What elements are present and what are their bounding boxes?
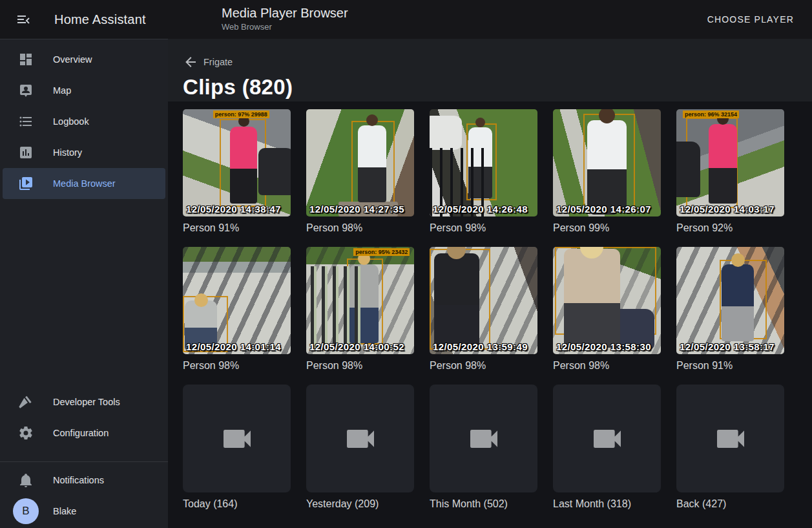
menu-open-icon[interactable] xyxy=(8,4,39,35)
clip-card[interactable]: 12/05/2020 14:26:07 Person 99% xyxy=(553,109,661,234)
sidebar-item-map[interactable]: Map xyxy=(3,75,165,106)
timestamp-overlay: 12/05/2020 13:58:17 xyxy=(680,341,775,352)
stroller-shape xyxy=(258,148,291,195)
sidebar-item-profile[interactable]: B Blake xyxy=(3,496,165,527)
clip-thumbnail[interactable]: 12/05/2020 14:26:07 xyxy=(553,109,661,216)
clip-card[interactable]: 12/05/2020 13:58:30 Person 98% xyxy=(553,247,661,372)
clip-thumbnail[interactable]: 12/05/2020 14:01:14 xyxy=(183,247,291,354)
timestamp-overlay: 12/05/2020 14:27:35 xyxy=(309,204,404,215)
clip-thumbnail[interactable]: 12/05/2020 14:26:48 xyxy=(430,109,537,216)
hammer-icon xyxy=(18,394,34,410)
clip-card[interactable]: person: 96% 32154 12/05/2020 14:03:17 Pe… xyxy=(676,109,784,234)
detection-label: person: 95% 23432 xyxy=(353,248,410,256)
media-browser-header: Frigate Clips (820) xyxy=(168,39,812,101)
clip-caption: Person 99% xyxy=(553,222,661,234)
sidebar-item-label: Notifications xyxy=(53,475,104,485)
bell-icon xyxy=(18,472,34,488)
folder-card-this-month[interactable]: This Month (502) xyxy=(430,385,537,510)
clip-thumbnail[interactable]: person: 95% 23432 12/05/2020 14:00:52 xyxy=(306,247,414,354)
clip-card[interactable]: person: 97% 29988 12/05/2020 14:38:47 Pe… xyxy=(183,109,291,234)
sidebar-item-label: History xyxy=(53,147,82,158)
clip-card[interactable]: 12/05/2020 14:27:35 Person 98% xyxy=(306,109,414,234)
account-map-icon xyxy=(18,83,34,98)
folder-card-today[interactable]: Today (164) xyxy=(183,385,291,510)
breadcrumb-label: Frigate xyxy=(203,57,233,67)
clip-thumbnail[interactable]: 12/05/2020 13:58:30 xyxy=(553,247,661,354)
choose-player-button[interactable]: CHOOSE PLAYER xyxy=(702,0,799,39)
stroller-shape xyxy=(676,142,700,197)
timestamp-overlay: 12/05/2020 13:58:30 xyxy=(556,341,651,352)
sidebar-item-label: Media Browser xyxy=(53,178,116,189)
folder-card-yesterday[interactable]: Yesterday (209) xyxy=(306,385,414,510)
clip-thumbnail[interactable]: person: 96% 32154 12/05/2020 14:03:17 xyxy=(676,109,784,216)
sidebar-item-history[interactable]: History xyxy=(3,137,165,168)
folder-thumbnail[interactable] xyxy=(676,385,784,492)
page-title-block: Media Player Browser Web Browser xyxy=(222,6,348,32)
clip-caption: Person 98% xyxy=(306,222,414,234)
gear-icon xyxy=(18,425,34,441)
list-bulleted-icon xyxy=(18,114,34,129)
folder-thumbnail[interactable] xyxy=(306,385,414,492)
clip-thumbnail[interactable]: person: 97% 29988 12/05/2020 14:38:47 xyxy=(183,109,291,216)
sidebar-item-notifications[interactable]: Notifications xyxy=(3,465,165,496)
clip-caption: Person 92% xyxy=(676,222,784,234)
detection-label: person: 97% 29988 xyxy=(213,111,269,118)
clip-caption: Person 98% xyxy=(430,222,537,234)
sidebar-item-overview[interactable]: Overview xyxy=(3,44,165,75)
timestamp-overlay: 12/05/2020 14:01:14 xyxy=(186,341,281,352)
app-header: Home Assistant Media Player Browser Web … xyxy=(0,0,812,39)
clip-thumbnail[interactable]: 12/05/2020 14:27:35 xyxy=(306,109,414,216)
person-figure xyxy=(709,124,736,204)
sidebar-divider xyxy=(0,461,168,462)
person-figure xyxy=(587,120,626,210)
video-camera-icon xyxy=(713,421,749,457)
folder-thumbnail[interactable] xyxy=(430,385,537,492)
video-camera-icon xyxy=(219,421,255,457)
sidebar-item-logbook[interactable]: Logbook xyxy=(3,106,165,137)
clip-caption: Person 98% xyxy=(430,360,537,372)
fence-shape xyxy=(311,266,362,350)
timestamp-overlay: 12/05/2020 13:59:49 xyxy=(433,341,528,352)
app-title: Home Assistant xyxy=(54,12,146,27)
folder-label: Today (164) xyxy=(183,498,291,510)
clips-grid: person: 97% 29988 12/05/2020 14:38:47 Pe… xyxy=(168,101,812,510)
sidebar-item-developer-tools[interactable]: Developer Tools xyxy=(3,386,165,417)
clip-card[interactable]: 12/05/2020 13:58:17 Person 91% xyxy=(676,247,784,372)
folder-thumbnail[interactable] xyxy=(183,385,291,492)
clip-card[interactable]: person: 95% 23432 12/05/2020 14:00:52 Pe… xyxy=(306,247,414,372)
person-figure xyxy=(722,264,754,342)
clip-caption: Person 98% xyxy=(553,360,661,372)
sidebar-item-media-browser[interactable]: Media Browser xyxy=(3,168,165,199)
sidebar-item-label: Map xyxy=(53,85,71,96)
clip-card[interactable]: 12/05/2020 13:59:49 Person 98% xyxy=(430,247,537,372)
breadcrumb-back[interactable]: Frigate xyxy=(183,54,233,70)
folder-label: Back (427) xyxy=(676,498,784,510)
sidebar: Overview Map Logbook History Media Brows… xyxy=(0,39,168,528)
clip-caption: Person 98% xyxy=(183,360,291,372)
sidebar-item-label: Logbook xyxy=(53,116,89,127)
sidebar-item-label: Configuration xyxy=(53,428,109,438)
folder-card-back[interactable]: Back (427) xyxy=(676,385,784,510)
video-camera-icon xyxy=(589,421,625,457)
clip-card[interactable]: 12/05/2020 14:01:14 Person 98% xyxy=(183,247,291,372)
clip-thumbnail[interactable]: 12/05/2020 13:58:17 xyxy=(676,247,784,354)
folder-card-last-month[interactable]: Last Month (318) xyxy=(553,385,661,510)
person-figure xyxy=(358,125,386,203)
timestamp-overlay: 12/05/2020 14:26:48 xyxy=(433,204,528,215)
page-heading: Clips (820) xyxy=(183,75,812,100)
timestamp-overlay: 12/05/2020 14:38:47 xyxy=(186,204,281,215)
page-subtitle: Web Browser xyxy=(222,22,348,32)
clip-card[interactable]: 12/05/2020 14:26:48 Person 98% xyxy=(430,109,537,234)
folder-thumbnail[interactable] xyxy=(553,385,661,492)
media-browser-panel: Frigate Clips (820) person: 97% 29988 12… xyxy=(168,39,812,528)
clip-thumbnail[interactable]: 12/05/2020 13:59:49 xyxy=(430,247,537,354)
clip-caption: Person 98% xyxy=(306,360,414,372)
folder-label: This Month (502) xyxy=(430,498,537,510)
sidebar-item-configuration[interactable]: Configuration xyxy=(3,417,165,449)
timestamp-overlay: 12/05/2020 14:03:17 xyxy=(680,204,775,215)
car-shape xyxy=(430,116,462,150)
detection-label: person: 96% 32154 xyxy=(683,111,739,118)
video-camera-icon xyxy=(342,421,379,457)
folder-label: Last Month (318) xyxy=(553,498,661,510)
folder-label: Yesterday (209) xyxy=(306,498,414,510)
